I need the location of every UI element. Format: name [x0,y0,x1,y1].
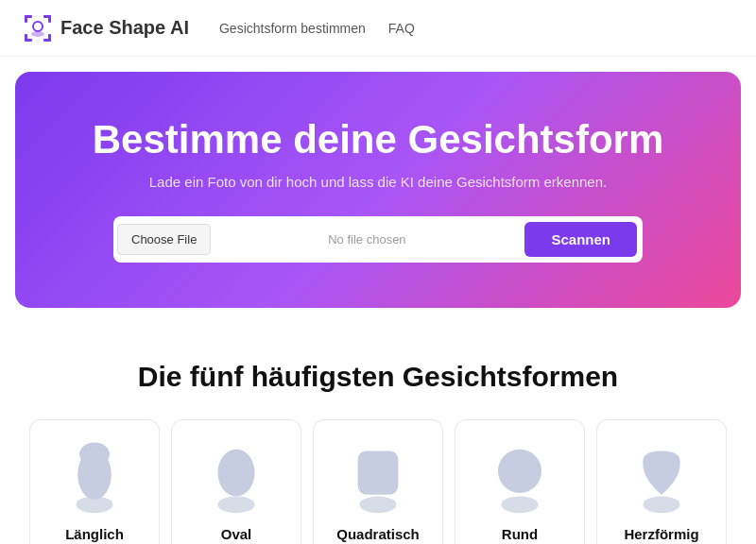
logo-icon [23,13,53,43]
face-icon-herzfoermig [627,439,696,515]
svg-rect-7 [48,34,51,42]
hero-subtitle: Lade ein Foto von dir hoch und lass die … [149,174,607,190]
nav-gesichtsform[interactable]: Gesichtsform bestimmen [219,21,366,36]
header: Face Shape AI Gesichtsform bestimmen FAQ [0,0,756,57]
shape-label-laenglich: Länglich [65,526,124,542]
svg-point-14 [217,450,254,497]
logo-text: Face Shape AI [60,17,189,39]
svg-point-13 [217,496,254,513]
shapes-title: Die fünf häufigsten Gesichtsformen [23,361,733,393]
face-icon-laenglich [60,439,129,515]
hero-title: Bestimme deine Gesichtsform [93,117,664,162]
shape-label-rund: Rund [502,526,538,542]
svg-rect-16 [358,450,399,494]
svg-point-15 [359,496,396,513]
svg-point-12 [79,443,110,467]
face-icon-quadratisch [344,439,412,515]
shape-card-rund: Rund [455,419,585,544]
file-input-wrapper[interactable]: Choose File [117,224,211,255]
svg-point-18 [498,450,541,493]
svg-point-9 [31,31,44,37]
svg-point-17 [501,496,538,513]
choose-file-button[interactable]: Choose File [117,224,211,255]
shape-card-oval: Oval [171,419,301,544]
logo-area: Face Shape AI [23,13,189,43]
svg-point-8 [33,22,43,31]
svg-rect-3 [48,15,51,23]
main-nav: Gesichtsform bestimmen FAQ [219,21,415,36]
shape-card-quadratisch: Quadratisch [313,419,443,544]
shape-label-oval: Oval [221,526,252,542]
nav-faq[interactable]: FAQ [388,21,415,36]
shapes-section: Die fünf häufigsten Gesichtsformen Längl… [0,323,756,544]
file-label: No file chosen [211,225,523,254]
svg-rect-5 [25,34,27,42]
svg-point-19 [643,496,679,513]
hero-section: Bestimme deine Gesichtsform Lade ein Fot… [15,72,741,308]
shape-label-quadratisch: Quadratisch [336,526,420,542]
upload-area: Choose File No file chosen Scannen [113,216,643,263]
shape-card-herzfoermig: Herzförmig [596,419,727,544]
svg-rect-1 [25,15,27,23]
shape-card-laenglich: Länglich [29,419,160,544]
face-icon-rund [486,439,554,515]
scan-button[interactable]: Scannen [524,222,637,257]
face-icon-oval [202,439,270,515]
shape-label-herzfoermig: Herzförmig [624,526,698,542]
shapes-grid: Länglich Oval Quadratisch Rund [23,419,733,544]
